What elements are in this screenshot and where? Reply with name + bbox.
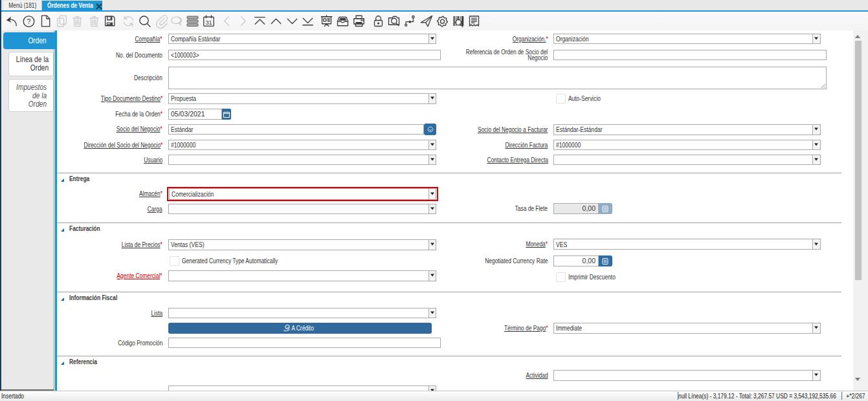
svg-text:?: ? — [27, 17, 31, 25]
svg-text:31: 31 — [205, 19, 212, 26]
